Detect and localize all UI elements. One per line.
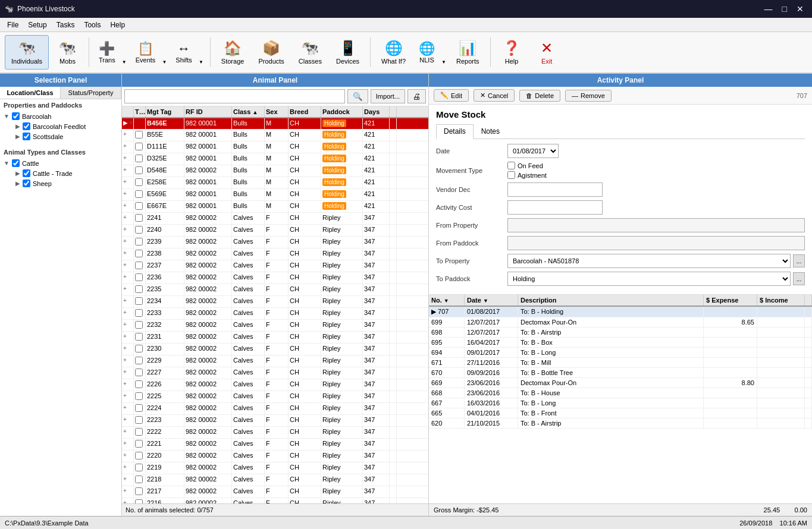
tree-scottsdale[interactable]: ▶ Scottsdale: [12, 131, 121, 141]
activity-row[interactable]: 699 12/07/2017 Dectomax Pour-On 8.65: [429, 317, 812, 328]
on-feed-checkbox[interactable]: [507, 162, 515, 169]
toolbar-exit[interactable]: ✕ Exit: [531, 35, 563, 70]
table-row[interactable]: + 2220 982 00002 Calves F CH Ripley 347: [122, 451, 428, 462]
table-row[interactable]: + 2232 982 00002 Calves F CH Ripley 347: [122, 320, 428, 332]
activity-row[interactable]: ▶ 707 01/08/2017 To: B - Holding: [429, 307, 812, 317]
toolbar-shifts[interactable]: ↔ Shifts: [171, 35, 197, 70]
tab-details[interactable]: Details: [436, 124, 474, 139]
toolbar-products[interactable]: 📦 Products: [252, 35, 290, 70]
table-row[interactable]: + 2234 982 00002 Calves F CH Ripley 347: [122, 296, 428, 308]
menu-setup[interactable]: Setup: [23, 20, 51, 30]
toolbar-trans-group[interactable]: ➕ Trans ▼: [94, 35, 128, 70]
table-row[interactable]: + D325E 982 00001 Bulls M CH Holding 421: [122, 153, 428, 165]
table-row[interactable]: + 2223 982 00002 Calves F CH Ripley 347: [122, 415, 428, 427]
toolbar-individuals[interactable]: 🐄 Individuals: [5, 35, 49, 70]
check-sheep[interactable]: [23, 180, 30, 187]
table-row[interactable]: + 2236 982 00002 Calves F CH Ripley 347: [122, 272, 428, 284]
table-row[interactable]: + D111E 982 00001 Bulls M CH Holding 421: [122, 141, 428, 153]
table-row[interactable]: + 2224 982 00002 Calves F CH Ripley 347: [122, 403, 428, 415]
table-row[interactable]: + 2235 982 00002 Calves F CH Ripley 347: [122, 284, 428, 296]
activity-row[interactable]: 669 23/06/2016 Dectomax Pour-On 8.80: [429, 378, 812, 388]
tab-location-class[interactable]: Location/Class: [0, 87, 61, 99]
table-row[interactable]: + 2233 982 00002 Calves F CH Ripley 347: [122, 308, 428, 320]
table-row[interactable]: + 2241 982 00002 Calves F CH Ripley 347: [122, 213, 428, 225]
close-button[interactable]: ✕: [793, 3, 807, 15]
col-tick[interactable]: Tick: [134, 106, 146, 117]
on-feed-label[interactable]: On Feed: [507, 162, 547, 169]
col-rf-id[interactable]: RF ID: [184, 106, 232, 117]
tree-cattle[interactable]: ▼ Cattle: [0, 158, 121, 168]
to-property-browse[interactable]: ...: [793, 254, 805, 267]
table-row[interactable]: + 2229 982 00002 Calves F CH Ripley 347: [122, 355, 428, 367]
search-button[interactable]: 🔍: [347, 89, 368, 103]
menu-help[interactable]: Help: [105, 20, 130, 30]
tree-barcoolah[interactable]: ▼ Barcoolah: [0, 111, 121, 121]
table-row[interactable]: + 2221 982 00002 Calves F CH Ripley 347: [122, 439, 428, 451]
delete-button[interactable]: 🗑 Delete: [519, 90, 560, 102]
minimize-button[interactable]: —: [761, 3, 776, 15]
table-row[interactable]: + 2240 982 00002 Calves F CH Ripley 347: [122, 225, 428, 237]
col-paddock[interactable]: Paddock: [321, 106, 363, 117]
activity-row[interactable]: 620 21/10/2015 To: B - Airstrip: [429, 418, 812, 429]
cancel-button[interactable]: ✕ Cancel: [474, 89, 515, 102]
toolbar-classes[interactable]: 🐄 Classes: [293, 35, 328, 70]
check-scottsdale[interactable]: [23, 133, 30, 140]
table-row[interactable]: + 2216 982 00002 Calves F CH Ripley 347: [122, 498, 428, 503]
menu-file[interactable]: File: [2, 20, 23, 30]
agistment-checkbox[interactable]: [507, 171, 515, 179]
toolbar-storage[interactable]: 🏠 Storage: [215, 35, 250, 70]
shifts-arrow[interactable]: ▼: [197, 35, 205, 70]
table-row[interactable]: + 2217 982 00002 Calves F CH Ripley 347: [122, 486, 428, 498]
import-button[interactable]: Import...: [371, 89, 405, 103]
events-arrow[interactable]: ▼: [160, 35, 168, 70]
activity-row[interactable]: 665 04/01/2016 To: B - Front: [429, 408, 812, 418]
check-cattle[interactable]: [12, 159, 20, 167]
tree-barcoolah-feedlot[interactable]: ▶ Barcoolah Feedlot: [12, 121, 121, 131]
toolbar-help[interactable]: ❓ Help: [496, 35, 528, 70]
menu-tools[interactable]: Tools: [79, 20, 105, 30]
table-row[interactable]: + 2222 982 00002 Calves F CH Ripley 347: [122, 427, 428, 439]
activity-row[interactable]: 671 27/11/2016 To: B - Mill: [429, 358, 812, 368]
toolbar-trans[interactable]: ➕ Trans: [94, 35, 120, 70]
toolbar-mobs[interactable]: 🐄 Mobs: [51, 35, 84, 70]
to-paddock-browse[interactable]: ...: [793, 272, 805, 285]
maximize-button[interactable]: □: [779, 3, 791, 15]
activity-row[interactable]: 694 09/01/2017 To: B - Long: [429, 348, 812, 358]
col-description[interactable]: Description: [518, 295, 704, 306]
table-row[interactable]: + E569E 982 00001 Bulls M CH Holding 421: [122, 189, 428, 201]
activity-row[interactable]: 695 16/04/2017 To: B - Box: [429, 338, 812, 348]
table-row[interactable]: + 2227 982 00002 Calves F CH Ripley 347: [122, 367, 428, 379]
activity-row[interactable]: 668 23/06/2016 To: B - House: [429, 388, 812, 398]
table-row[interactable]: + 2218 982 00002 Calves F CH Ripley 347: [122, 474, 428, 486]
col-mgt-tag[interactable]: Mgt Tag: [146, 106, 184, 117]
col-expense[interactable]: $ Expense: [704, 295, 757, 306]
tree-sheep[interactable]: ▶ Sheep: [12, 178, 121, 188]
table-row[interactable]: + 2230 982 00002 Calves F CH Ripley 347: [122, 344, 428, 355]
toolbar-devices[interactable]: 📱 Devices: [330, 35, 365, 70]
check-feedlot[interactable]: [23, 122, 30, 130]
table-row[interactable]: + 2237 982 00002 Calves F CH Ripley 347: [122, 260, 428, 272]
toolbar-events-group[interactable]: 📋 Events ▼: [131, 35, 169, 70]
remove-button[interactable]: — Remove: [565, 90, 612, 102]
agistment-label[interactable]: Agistment: [507, 171, 547, 179]
vendor-dec-input[interactable]: [507, 182, 603, 197]
trans-arrow[interactable]: ▼: [120, 35, 128, 70]
toolbar-reports[interactable]: 📊 Reports: [450, 35, 485, 70]
col-breed[interactable]: Breed: [289, 106, 321, 117]
tab-notes[interactable]: Notes: [474, 124, 507, 138]
toolbar-whatif[interactable]: 🌐 What If?: [375, 35, 412, 70]
table-row[interactable]: + B55E 982 00001 Bulls M CH Holding 421: [122, 130, 428, 141]
to-property-select[interactable]: Barcoolah - NA501878: [507, 254, 791, 268]
table-row[interactable]: + 2231 982 00002 Calves F CH Ripley 347: [122, 332, 428, 344]
col-class[interactable]: Class ▲: [232, 106, 265, 117]
activity-row[interactable]: 667 16/03/2016 To: B - Long: [429, 398, 812, 408]
table-row[interactable]: + 2238 982 00002 Calves F CH Ripley 347: [122, 248, 428, 260]
toolbar-events[interactable]: 📋 Events: [131, 35, 161, 70]
edit-button[interactable]: ✏️ Edit: [434, 89, 469, 102]
tab-status-property[interactable]: Status/Property: [61, 87, 121, 99]
from-property-input[interactable]: Barcoolah - NA501878: [507, 218, 805, 232]
table-row[interactable]: + 2239 982 00002 Calves F CH Ripley 347: [122, 237, 428, 248]
date-select[interactable]: 01/08/2017: [507, 144, 559, 158]
print-button[interactable]: 🖨: [407, 89, 426, 103]
col-no[interactable]: No. ▼: [429, 295, 465, 306]
